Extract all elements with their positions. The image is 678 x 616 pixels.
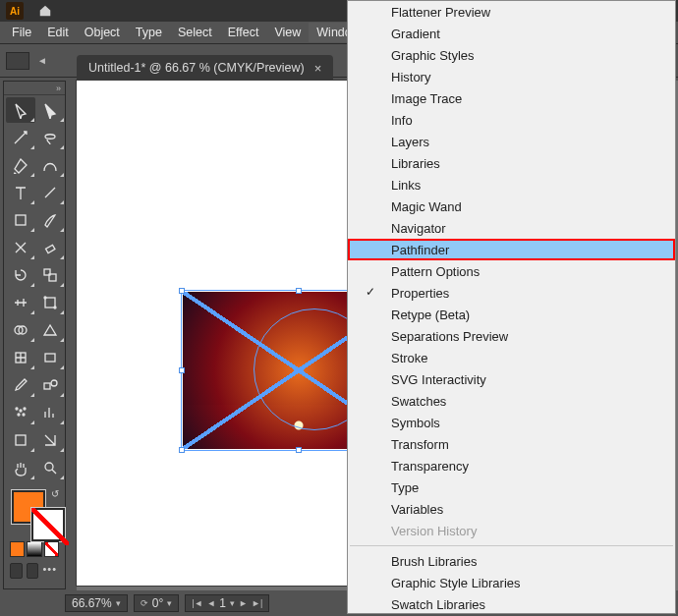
- swap-colors-icon[interactable]: ↺: [51, 488, 59, 499]
- svg-point-14: [20, 410, 22, 412]
- menu-item-info[interactable]: Info: [348, 109, 675, 131]
- document-tab-strip: Untitled-1* @ 66.67 % (CMYK/Preview) ×: [77, 55, 333, 81]
- color-chip-none[interactable]: [44, 541, 59, 557]
- artboard-index: 1: [219, 596, 226, 610]
- chevron-down-icon[interactable]: ▾: [230, 598, 235, 608]
- shaper-tool[interactable]: [6, 235, 35, 260]
- shape-builder-tool[interactable]: [6, 317, 35, 343]
- chevron-left-icon[interactable]: ◄: [37, 55, 47, 66]
- selection-tool[interactable]: [6, 97, 35, 123]
- rectangle-tool[interactable]: [6, 207, 35, 233]
- home-button[interactable]: [31, 0, 59, 22]
- menu-item-swatches[interactable]: Swatches: [348, 390, 675, 412]
- graph-tool[interactable]: [35, 400, 65, 425]
- chevron-down-icon[interactable]: ▾: [116, 598, 121, 608]
- eraser-tool[interactable]: [35, 235, 65, 260]
- gradient-tool[interactable]: [35, 345, 65, 370]
- svg-point-17: [23, 414, 25, 416]
- menu-item-libraries[interactable]: Libraries: [348, 152, 675, 174]
- type-tool[interactable]: [6, 180, 35, 205]
- prev-icon[interactable]: ◄: [206, 598, 215, 608]
- color-chip-solid[interactable]: [10, 541, 25, 557]
- direct-selection-tool[interactable]: [35, 97, 65, 123]
- lasso-tool[interactable]: [35, 125, 65, 150]
- menu-edit[interactable]: Edit: [39, 23, 77, 42]
- menu-item-separations-preview[interactable]: Separations Preview: [348, 325, 675, 347]
- svg-rect-18: [16, 435, 26, 445]
- menu-effect[interactable]: Effect: [220, 23, 267, 42]
- zoom-tool[interactable]: [35, 455, 65, 480]
- menu-item-transform[interactable]: Transform: [348, 433, 675, 455]
- rotate-tool[interactable]: [6, 262, 35, 288]
- menu-item-gradient[interactable]: Gradient: [348, 23, 675, 44]
- artboard-nav[interactable]: |◄ ◄ 1 ▾ ► ►|: [185, 594, 269, 612]
- menu-item-retype-beta-[interactable]: Retype (Beta): [348, 304, 675, 325]
- artboard-tool[interactable]: [6, 427, 35, 453]
- color-swatch-area[interactable]: ↺: [4, 484, 65, 539]
- menu-item-swatch-libraries[interactable]: Swatch Libraries: [348, 593, 675, 615]
- menu-item-properties[interactable]: Properties: [348, 282, 675, 304]
- panel-collapse-button[interactable]: »: [4, 82, 65, 95]
- eyedropper-tool[interactable]: [6, 372, 35, 398]
- menu-item-pattern-options[interactable]: Pattern Options: [348, 260, 675, 282]
- free-transform-tool[interactable]: [35, 290, 65, 315]
- menu-item-layers[interactable]: Layers: [348, 131, 675, 152]
- menu-file[interactable]: File: [4, 23, 39, 42]
- rotate-value: 0°: [152, 596, 163, 610]
- perspective-tool[interactable]: [35, 317, 65, 343]
- menu-item-links[interactable]: Links: [348, 174, 675, 196]
- svg-point-15: [24, 408, 26, 410]
- paintbrush-tool[interactable]: [35, 207, 65, 233]
- draw-mode-row: •••: [4, 563, 65, 583]
- menu-item-transparency[interactable]: Transparency: [348, 455, 675, 476]
- edit-toolbar-button[interactable]: •••: [42, 563, 59, 579]
- menu-item-symbols[interactable]: Symbols: [348, 412, 675, 433]
- mesh-tool[interactable]: [6, 345, 35, 370]
- menu-view[interactable]: View: [266, 23, 309, 42]
- status-bar: 66.67% ▾ ⟳ 0° ▾ |◄ ◄ 1 ▾ ► ►|: [59, 592, 269, 614]
- menu-type[interactable]: Type: [128, 23, 170, 42]
- menu-item-variables[interactable]: Variables: [348, 498, 675, 520]
- rotate-field[interactable]: ⟳ 0° ▾: [134, 594, 179, 612]
- menu-item-flattener-preview[interactable]: Flattener Preview: [348, 1, 675, 23]
- svg-point-12: [51, 380, 57, 386]
- menu-item-brush-libraries[interactable]: Brush Libraries: [348, 550, 675, 572]
- next-icon[interactable]: ►: [239, 598, 248, 608]
- draw-normal-icon[interactable]: [10, 563, 23, 579]
- menu-item-magic-wand[interactable]: Magic Wand: [348, 196, 675, 217]
- menu-item-stroke[interactable]: Stroke: [348, 347, 675, 368]
- control-placeholder: [6, 52, 29, 70]
- stroke-swatch[interactable]: [31, 508, 65, 541]
- svg-point-19: [45, 463, 53, 471]
- document-tab[interactable]: Untitled-1* @ 66.67 % (CMYK/Preview) ×: [81, 56, 329, 80]
- blend-tool[interactable]: [35, 372, 65, 398]
- menu-item-svg-interactivity[interactable]: SVG Interactivity: [348, 368, 675, 390]
- zoom-field[interactable]: 66.67% ▾: [65, 594, 128, 612]
- menu-item-history[interactable]: History: [348, 66, 675, 87]
- menu-item-type[interactable]: Type: [348, 476, 675, 498]
- chevron-down-icon[interactable]: ▾: [167, 598, 172, 608]
- svg-rect-4: [45, 298, 55, 308]
- last-icon[interactable]: ►|: [252, 598, 262, 608]
- menu-item-graphic-styles[interactable]: Graphic Styles: [348, 44, 675, 66]
- line-tool[interactable]: [35, 180, 65, 205]
- menu-item-navigator[interactable]: Navigator: [348, 217, 675, 239]
- pen-tool[interactable]: [6, 152, 35, 178]
- close-icon[interactable]: ×: [314, 62, 322, 75]
- magic-wand-tool[interactable]: [6, 125, 35, 150]
- svg-rect-0: [16, 215, 26, 225]
- slice-tool[interactable]: [35, 427, 65, 453]
- menu-item-image-trace[interactable]: Image Trace: [348, 87, 675, 109]
- menu-object[interactable]: Object: [77, 23, 128, 42]
- menu-item-pathfinder[interactable]: Pathfinder: [348, 239, 675, 260]
- draw-behind-icon[interactable]: [27, 563, 39, 579]
- width-tool[interactable]: [6, 290, 35, 315]
- zoom-value: 66.67%: [72, 596, 112, 610]
- hand-tool[interactable]: [6, 455, 35, 480]
- curvature-tool[interactable]: [35, 152, 65, 178]
- menu-item-graphic-style-libraries[interactable]: Graphic Style Libraries: [348, 572, 675, 593]
- menu-select[interactable]: Select: [170, 23, 220, 42]
- scale-tool[interactable]: [35, 262, 65, 288]
- symbol-sprayer-tool[interactable]: [6, 400, 35, 425]
- first-icon[interactable]: |◄: [192, 598, 202, 608]
